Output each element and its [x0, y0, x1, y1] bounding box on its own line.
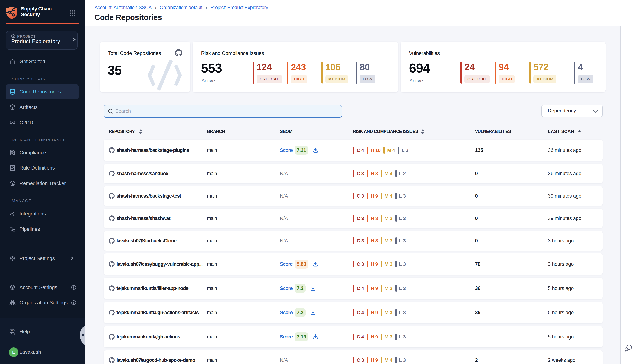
svg-text:?: ?: [11, 329, 13, 332]
